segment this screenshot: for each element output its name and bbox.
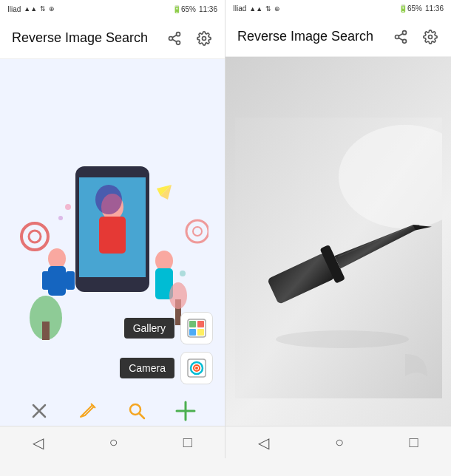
svg-point-11 [48, 248, 66, 269]
status-left-right: Iliad ▲▲ ⇅ ⊕ [233, 4, 280, 13]
svg-point-46 [403, 30, 407, 34]
app-bar-icons-right [392, 28, 439, 46]
edit-icon [78, 401, 98, 421]
svg-line-50 [399, 33, 403, 35]
camera-label[interactable]: Camera [120, 358, 174, 378]
search-fab-button[interactable] [119, 393, 155, 429]
action-buttons: Gallery Camera [120, 312, 213, 384]
photo-area: ◁ ○ □ [226, 57, 451, 458]
gallery-button[interactable] [180, 312, 213, 344]
svg-line-43 [139, 413, 144, 418]
svg-point-27 [65, 204, 71, 210]
left-panel: Iliad ▲▲ ⇅ ⊕ 🔋65% 11:36 Reverse Image Se… [0, 0, 226, 458]
extra-left: ⊕ [49, 5, 55, 13]
svg-line-3 [172, 39, 177, 41]
signal-left: ▲▲ [24, 5, 37, 13]
signal-right: ▲▲ [249, 5, 262, 13]
recent-button-left[interactable]: □ [183, 434, 192, 451]
home-button-right[interactable]: ○ [335, 434, 344, 451]
bottom-toolbar [0, 393, 225, 429]
app-bar-right: Reverse Image Search [226, 17, 451, 57]
knife-svg [235, 118, 442, 398]
nav-bar-right: ◁ ○ □ [226, 426, 451, 458]
status-bar-right: Iliad ▲▲ ⇅ ⊕ 🔋65% 11:36 [226, 0, 451, 17]
svg-rect-14 [66, 271, 75, 290]
svg-point-23 [186, 220, 208, 242]
svg-point-0 [177, 32, 180, 35]
screen-container: Iliad ▲▲ ⇅ ⊕ 🔋65% 11:36 Reverse Image Se… [0, 0, 451, 458]
svg-point-1 [169, 36, 173, 40]
gallery-label[interactable]: Gallery [124, 318, 174, 339]
svg-point-5 [203, 36, 206, 40]
app-bar-icons-left [166, 30, 213, 47]
carrier-left: Iliad [7, 5, 21, 13]
close-fab-button[interactable] [21, 393, 57, 429]
svg-rect-13 [42, 271, 51, 290]
share-button-right[interactable] [392, 28, 410, 46]
svg-point-38 [195, 367, 198, 370]
svg-line-4 [172, 35, 177, 37]
search-icon [126, 401, 147, 421]
svg-point-51 [429, 35, 433, 38]
svg-rect-9 [99, 217, 126, 254]
illustration-area: Gallery Camera [0, 59, 225, 458]
add-fab-button[interactable] [168, 393, 203, 429]
status-bar-left: Iliad ▲▲ ⇅ ⊕ 🔋65% 11:36 [0, 0, 225, 18]
svg-point-57 [276, 330, 409, 348]
settings-button-right[interactable] [421, 28, 439, 46]
svg-line-49 [399, 38, 403, 40]
wifi-right: ⇅ [265, 5, 271, 13]
camera-button[interactable] [180, 352, 213, 384]
add-icon [174, 399, 197, 423]
svg-rect-18 [42, 322, 50, 340]
home-button-left[interactable]: ○ [109, 434, 118, 451]
time-left: 11:36 [199, 5, 217, 13]
gallery-icon [186, 318, 207, 339]
svg-point-15 [155, 251, 173, 271]
status-left: Iliad ▲▲ ⇅ ⊕ [7, 5, 55, 13]
svg-point-29 [180, 271, 186, 276]
wifi-left: ⇅ [40, 5, 46, 13]
svg-point-28 [58, 216, 63, 220]
svg-point-48 [403, 39, 407, 43]
settings-button-left[interactable] [195, 30, 213, 47]
edit-fab-button[interactable] [70, 393, 106, 429]
gallery-row: Gallery [124, 312, 213, 344]
illustration-content: Gallery Camera [0, 59, 225, 458]
status-right-left: 🔋65% 11:36 [172, 5, 217, 13]
recent-button-right[interactable]: □ [410, 434, 418, 451]
app-title-left: Reverse Image Search [12, 30, 166, 46]
svg-point-20 [169, 282, 187, 309]
right-panel: Iliad ▲▲ ⇅ ⊕ 🔋65% 11:36 Reverse Image Se… [226, 0, 451, 458]
svg-rect-33 [189, 329, 196, 336]
svg-point-24 [193, 227, 202, 236]
app-title-right: Reverse Image Search [237, 29, 392, 44]
app-bar-left: Reverse Image Search [0, 18, 225, 59]
svg-rect-31 [189, 321, 196, 327]
battery-right: 🔋65% [399, 4, 422, 13]
svg-point-47 [396, 35, 399, 38]
camera-icon [186, 358, 207, 378]
svg-point-10 [95, 185, 122, 214]
status-right-right: 🔋65% 11:36 [399, 4, 444, 13]
svg-point-2 [177, 41, 180, 44]
svg-rect-34 [197, 329, 204, 336]
carrier-right: Iliad [233, 4, 246, 13]
svg-point-22 [29, 231, 41, 242]
battery-left: 🔋65% [172, 5, 196, 13]
nav-bar-left: ◁ ○ □ [0, 426, 225, 458]
extra-right: ⊕ [274, 5, 280, 13]
svg-rect-32 [197, 321, 204, 327]
back-button-left[interactable]: ◁ [33, 434, 44, 452]
camera-row: Camera [120, 352, 213, 384]
close-icon [29, 401, 50, 421]
share-button-left[interactable] [166, 30, 183, 47]
knife-photo [226, 57, 451, 458]
time-right: 11:36 [425, 4, 444, 13]
svg-point-21 [21, 223, 48, 250]
back-button-right[interactable]: ◁ [258, 434, 269, 452]
